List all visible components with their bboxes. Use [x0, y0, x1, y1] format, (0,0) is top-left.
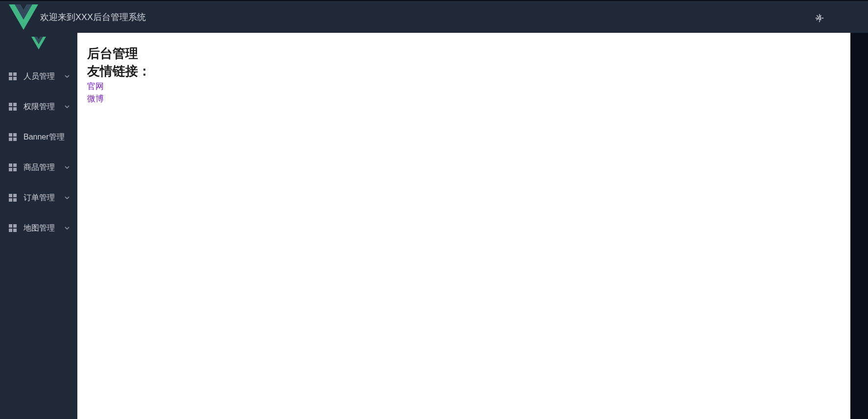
grid-icon — [9, 163, 17, 171]
sidebar-item-permissions[interactable]: 权限管理 — [0, 92, 77, 122]
chevron-down-icon — [65, 195, 70, 200]
chevron-down-icon — [65, 165, 70, 170]
sidebar-item-products[interactable]: 商品管理 — [0, 152, 77, 183]
link-weibo[interactable]: 微博 — [87, 93, 841, 105]
chevron-down-icon — [65, 74, 70, 79]
grid-icon — [9, 224, 17, 232]
right-gutter — [859, 33, 868, 419]
links-heading: 友情链接： — [87, 62, 841, 80]
sidebar-item-label: 权限管理 — [23, 102, 65, 112]
sidebar-item-maps[interactable]: 地图管理 — [0, 213, 77, 243]
chevron-down-icon — [65, 226, 70, 231]
grid-icon — [9, 194, 17, 202]
chevron-down-icon — [65, 104, 70, 109]
grid-icon — [9, 133, 17, 141]
sidebar-item-label: 商品管理 — [23, 163, 65, 173]
page-title: 后台管理 — [87, 45, 841, 62]
vue-logo-icon — [9, 2, 38, 32]
grid-icon — [9, 72, 17, 80]
sidebar-item-orders[interactable]: 订单管理 — [0, 183, 77, 213]
main-content: 后台管理 友情链接： 官网 微博 — [77, 33, 850, 419]
sidebar-item-label: 订单管理 — [23, 193, 65, 203]
grid-icon — [9, 103, 17, 111]
sidebar-item-label: 地图管理 — [23, 223, 65, 233]
sidebar-item-label: Banner管理 — [23, 132, 77, 142]
sidebar-item-personnel[interactable]: 人员管理 — [0, 61, 77, 92]
sidebar: 人员管理 权限管理 Banner管理 商品管理 订单管理 — [0, 33, 77, 419]
container: 人员管理 权限管理 Banner管理 商品管理 订单管理 — [0, 33, 868, 419]
sidebar-item-banner[interactable]: Banner管理 — [0, 122, 77, 152]
vue-logo-small-icon — [31, 37, 46, 49]
sidebar-item-label: 人员管理 — [23, 71, 65, 82]
settings-icon[interactable] — [815, 14, 824, 23]
header: 欢迎来到XXX后台管理系统 — [0, 0, 868, 33]
header-title: 欢迎来到XXX后台管理系统 — [40, 11, 146, 23]
link-official[interactable]: 官网 — [87, 80, 841, 93]
